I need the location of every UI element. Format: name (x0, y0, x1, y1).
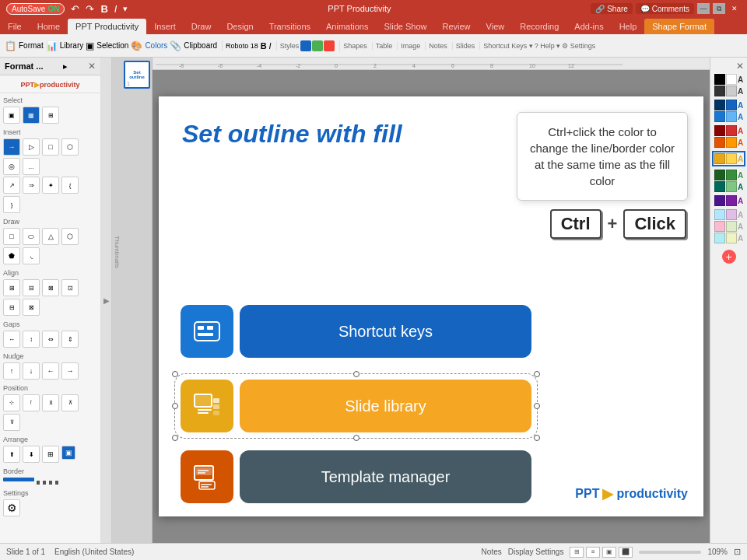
autosave-toggle[interactable]: AutoSave ON (6, 3, 65, 15)
style-btn-2[interactable] (312, 40, 323, 51)
share-button[interactable]: 🔗 Share (591, 3, 632, 14)
tab-animations[interactable]: Animations (318, 19, 376, 34)
insert-arrow-2[interactable]: ⇒ (23, 177, 40, 194)
arrange-btn-3[interactable]: ⊞ (42, 446, 59, 463)
nudge-btn-1[interactable]: ↑ (3, 362, 20, 380)
more-icon[interactable]: ▾ (123, 4, 128, 14)
tab-file[interactable]: File (0, 19, 30, 34)
draw-btn-1[interactable]: □ (3, 228, 20, 245)
color-black[interactable] (714, 74, 725, 85)
palette-close-btn[interactable]: ✕ (736, 61, 745, 72)
tab-insert[interactable]: Insert (146, 19, 184, 34)
color-darkgreen[interactable] (714, 170, 725, 180)
position-btn-4[interactable]: ⊼ (61, 394, 79, 411)
align-btn-3[interactable]: ⊠ (42, 279, 59, 296)
gaps-btn-1[interactable]: ↔ (3, 331, 20, 348)
draw-btn-6[interactable]: ◟ (23, 247, 40, 264)
draw-btn-2[interactable]: ⬭ (23, 228, 40, 245)
shortcut-keys-btn[interactable]: Shortcut Keys ▾ (483, 42, 533, 50)
font-icon[interactable]: Roboto 18 (226, 42, 258, 50)
color-orange[interactable] (714, 137, 725, 148)
select-btn-1[interactable]: ▣ (3, 107, 20, 124)
insert-btn-2[interactable]: ▷ (23, 138, 40, 156)
border-dashed[interactable] (37, 481, 60, 485)
colors-icon[interactable]: 🎨 (131, 40, 142, 51)
tab-pptproductivity[interactable]: PPT Productivity (68, 19, 146, 34)
tab-home[interactable]: Home (30, 19, 68, 34)
nudge-btn-2[interactable]: ↓ (23, 362, 40, 380)
nudge-btn-3[interactable]: ← (42, 362, 59, 380)
redo-icon[interactable]: ↷ (86, 3, 94, 15)
insert-btn-6[interactable]: … (23, 158, 40, 175)
position-btn-5[interactable]: ⊽ (3, 414, 20, 431)
tab-recording[interactable]: Recording (512, 19, 566, 34)
template-manager-btn[interactable]: Template manager (240, 450, 531, 503)
color-light-gray[interactable] (726, 86, 737, 96)
color-yellow-dark[interactable] (714, 153, 725, 164)
presenter-view-btn[interactable]: ⬛ (619, 547, 633, 558)
insert-btn-1[interactable]: → (3, 138, 20, 156)
insert-btn-4[interactable]: ⬡ (61, 138, 79, 156)
minimize-button[interactable]: — (697, 3, 710, 14)
italic-btn[interactable]: I (269, 41, 272, 51)
format-close-icon[interactable]: ✕ (88, 61, 96, 72)
fit-to-window-btn[interactable]: ⊡ (734, 547, 741, 557)
bold-icon[interactable]: B (100, 3, 107, 15)
tab-draw[interactable]: Draw (184, 19, 219, 34)
zoom-slider[interactable] (639, 551, 701, 554)
undo-icon[interactable]: ↶ (71, 3, 79, 15)
outline-view-btn[interactable]: ≡ (586, 547, 600, 558)
color-white[interactable] (726, 74, 737, 85)
tab-addins[interactable]: Add-ins (566, 19, 611, 34)
align-btn-4[interactable]: ⊡ (61, 279, 79, 296)
draw-btn-5[interactable]: ⬟ (3, 247, 20, 264)
align-btn-1[interactable]: ⊞ (3, 279, 20, 296)
shortcut-keys-btn[interactable]: Shortcut keys (240, 305, 531, 358)
align-btn-6[interactable]: ⊠ (23, 299, 40, 316)
color-darkblue[interactable] (714, 100, 725, 110)
format-expand-icon[interactable]: ▸ (63, 61, 68, 72)
tab-design[interactable]: Design (219, 19, 261, 34)
color-lime[interactable] (726, 233, 737, 243)
gaps-btn-2[interactable]: ↕ (23, 331, 40, 348)
arrange-btn-4[interactable]: ▣ (61, 446, 75, 460)
color-dark-gray[interactable] (714, 86, 725, 96)
gaps-btn-3[interactable]: ⇔ (42, 331, 59, 348)
color-orange2[interactable] (726, 137, 737, 148)
slide-library-btn[interactable]: Slide library (240, 380, 531, 432)
notes-btn[interactable]: Notes (482, 548, 502, 556)
tab-transitions[interactable]: Transitions (261, 19, 318, 34)
draw-btn-3[interactable]: △ (42, 228, 59, 245)
insert-btn-5[interactable]: ◎ (3, 158, 20, 175)
insert-arrow-4[interactable]: { (61, 177, 79, 194)
gaps-btn-4[interactable]: ⇕ (61, 331, 79, 348)
color-purple[interactable] (726, 195, 737, 206)
color-pastel1[interactable] (714, 209, 725, 220)
select-btn-2[interactable]: ▦ (23, 107, 40, 124)
color-lightgreen[interactable] (726, 181, 737, 192)
align-btn-2[interactable]: ⊟ (23, 279, 40, 296)
chart-icon[interactable]: 📊 (46, 40, 58, 51)
insert-arrow-5[interactable]: } (3, 196, 20, 213)
bold-btn[interactable]: B (261, 41, 267, 51)
format-icon[interactable]: 📋 (5, 40, 16, 51)
sidebar-expand-btn[interactable]: ▶ (101, 58, 112, 543)
settings-gear-btn[interactable]: ⚙ (3, 499, 20, 516)
arrange-btn-1[interactable]: ⬆ (3, 446, 20, 463)
color-green[interactable] (726, 170, 737, 180)
reading-view-btn[interactable]: ▣ (602, 547, 616, 558)
color-blue3[interactable] (726, 111, 737, 122)
tab-shapeformat[interactable]: Shape Format (644, 19, 714, 34)
color-medblue[interactable] (726, 100, 737, 110)
add-color-btn[interactable]: + (722, 250, 736, 264)
select-btn-3[interactable]: ⊞ (42, 107, 59, 124)
position-btn-1[interactable]: ⊹ (3, 394, 20, 411)
color-yellow[interactable] (726, 153, 737, 164)
clipboard-icon[interactable]: 📎 (170, 40, 181, 51)
tab-view[interactable]: View (479, 19, 513, 34)
draw-btn-4[interactable]: ⬡ (61, 228, 79, 245)
tab-slideshow[interactable]: Slide Show (376, 19, 434, 34)
color-darkpurple[interactable] (714, 195, 725, 206)
position-btn-3[interactable]: ⊻ (42, 394, 59, 411)
close-button[interactable]: ✕ (728, 3, 741, 14)
